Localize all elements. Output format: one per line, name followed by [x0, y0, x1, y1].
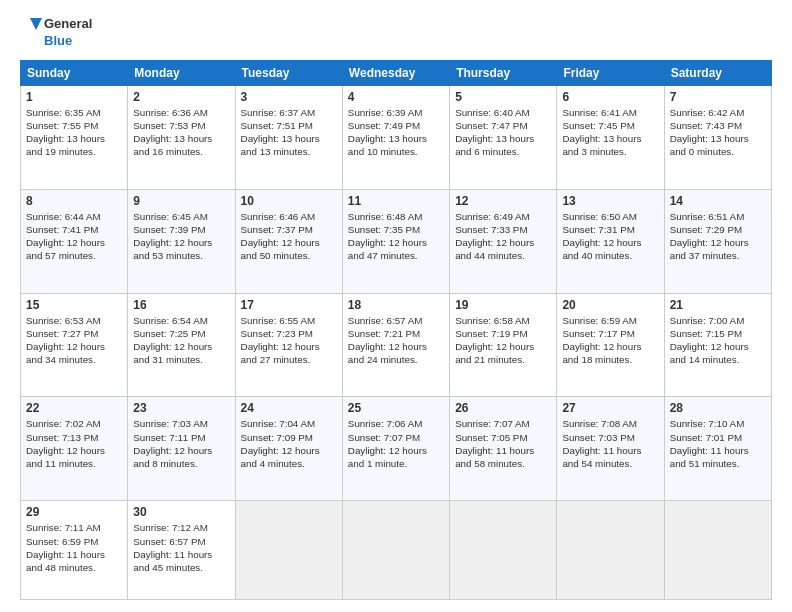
day-info: Sunrise: 6:46 AM Sunset: 7:37 PM Dayligh…	[241, 210, 337, 263]
day-info: Sunrise: 6:59 AM Sunset: 7:17 PM Dayligh…	[562, 314, 658, 367]
logo-container: General Blue	[20, 16, 92, 50]
day-info: Sunrise: 6:42 AM Sunset: 7:43 PM Dayligh…	[670, 106, 766, 159]
calendar-cell	[664, 501, 771, 600]
day-info: Sunrise: 7:04 AM Sunset: 7:09 PM Dayligh…	[241, 417, 337, 470]
day-info: Sunrise: 6:49 AM Sunset: 7:33 PM Dayligh…	[455, 210, 551, 263]
day-number: 30	[133, 505, 229, 519]
day-info: Sunrise: 6:40 AM Sunset: 7:47 PM Dayligh…	[455, 106, 551, 159]
day-number: 8	[26, 194, 122, 208]
day-info: Sunrise: 6:44 AM Sunset: 7:41 PM Dayligh…	[26, 210, 122, 263]
calendar-cell: 19 Sunrise: 6:58 AM Sunset: 7:19 PM Dayl…	[450, 293, 557, 397]
day-info: Sunrise: 6:55 AM Sunset: 7:23 PM Dayligh…	[241, 314, 337, 367]
calendar-cell: 14 Sunrise: 6:51 AM Sunset: 7:29 PM Dayl…	[664, 189, 771, 293]
calendar-cell	[235, 501, 342, 600]
day-number: 5	[455, 90, 551, 104]
day-number: 4	[348, 90, 444, 104]
day-number: 2	[133, 90, 229, 104]
day-number: 17	[241, 298, 337, 312]
calendar-cell: 9 Sunrise: 6:45 AM Sunset: 7:39 PM Dayli…	[128, 189, 235, 293]
calendar-cell: 2 Sunrise: 6:36 AM Sunset: 7:53 PM Dayli…	[128, 85, 235, 189]
col-header-thursday: Thursday	[450, 60, 557, 85]
day-info: Sunrise: 6:39 AM Sunset: 7:49 PM Dayligh…	[348, 106, 444, 159]
day-info: Sunrise: 7:02 AM Sunset: 7:13 PM Dayligh…	[26, 417, 122, 470]
day-info: Sunrise: 6:53 AM Sunset: 7:27 PM Dayligh…	[26, 314, 122, 367]
calendar-cell: 13 Sunrise: 6:50 AM Sunset: 7:31 PM Dayl…	[557, 189, 664, 293]
day-info: Sunrise: 6:58 AM Sunset: 7:19 PM Dayligh…	[455, 314, 551, 367]
day-info: Sunrise: 6:36 AM Sunset: 7:53 PM Dayligh…	[133, 106, 229, 159]
day-number: 21	[670, 298, 766, 312]
col-header-monday: Monday	[128, 60, 235, 85]
calendar-cell: 30 Sunrise: 7:12 AM Sunset: 6:57 PM Dayl…	[128, 501, 235, 600]
day-number: 25	[348, 401, 444, 415]
calendar-cell: 17 Sunrise: 6:55 AM Sunset: 7:23 PM Dayl…	[235, 293, 342, 397]
col-header-wednesday: Wednesday	[342, 60, 449, 85]
calendar-cell	[450, 501, 557, 600]
calendar-cell: 11 Sunrise: 6:48 AM Sunset: 7:35 PM Dayl…	[342, 189, 449, 293]
day-number: 29	[26, 505, 122, 519]
day-info: Sunrise: 6:37 AM Sunset: 7:51 PM Dayligh…	[241, 106, 337, 159]
day-info: Sunrise: 7:06 AM Sunset: 7:07 PM Dayligh…	[348, 417, 444, 470]
day-info: Sunrise: 6:54 AM Sunset: 7:25 PM Dayligh…	[133, 314, 229, 367]
col-header-sunday: Sunday	[21, 60, 128, 85]
day-number: 28	[670, 401, 766, 415]
day-number: 11	[348, 194, 444, 208]
calendar-cell: 12 Sunrise: 6:49 AM Sunset: 7:33 PM Dayl…	[450, 189, 557, 293]
calendar-cell: 6 Sunrise: 6:41 AM Sunset: 7:45 PM Dayli…	[557, 85, 664, 189]
logo: General Blue	[20, 16, 92, 50]
calendar-cell: 15 Sunrise: 6:53 AM Sunset: 7:27 PM Dayl…	[21, 293, 128, 397]
day-info: Sunrise: 6:45 AM Sunset: 7:39 PM Dayligh…	[133, 210, 229, 263]
day-number: 20	[562, 298, 658, 312]
day-number: 9	[133, 194, 229, 208]
calendar-cell: 24 Sunrise: 7:04 AM Sunset: 7:09 PM Dayl…	[235, 397, 342, 501]
day-number: 7	[670, 90, 766, 104]
day-info: Sunrise: 7:00 AM Sunset: 7:15 PM Dayligh…	[670, 314, 766, 367]
header: General Blue	[20, 16, 772, 50]
day-number: 27	[562, 401, 658, 415]
day-number: 3	[241, 90, 337, 104]
calendar-cell: 5 Sunrise: 6:40 AM Sunset: 7:47 PM Dayli…	[450, 85, 557, 189]
day-number: 15	[26, 298, 122, 312]
day-info: Sunrise: 6:51 AM Sunset: 7:29 PM Dayligh…	[670, 210, 766, 263]
calendar-cell: 21 Sunrise: 7:00 AM Sunset: 7:15 PM Dayl…	[664, 293, 771, 397]
calendar-cell: 1 Sunrise: 6:35 AM Sunset: 7:55 PM Dayli…	[21, 85, 128, 189]
calendar-cell: 28 Sunrise: 7:10 AM Sunset: 7:01 PM Dayl…	[664, 397, 771, 501]
calendar-cell: 29 Sunrise: 7:11 AM Sunset: 6:59 PM Dayl…	[21, 501, 128, 600]
calendar-cell: 3 Sunrise: 6:37 AM Sunset: 7:51 PM Dayli…	[235, 85, 342, 189]
logo-text: General Blue	[44, 16, 92, 50]
calendar-cell: 18 Sunrise: 6:57 AM Sunset: 7:21 PM Dayl…	[342, 293, 449, 397]
calendar-cell: 4 Sunrise: 6:39 AM Sunset: 7:49 PM Dayli…	[342, 85, 449, 189]
svg-marker-0	[30, 18, 42, 30]
day-info: Sunrise: 7:08 AM Sunset: 7:03 PM Dayligh…	[562, 417, 658, 470]
day-info: Sunrise: 7:10 AM Sunset: 7:01 PM Dayligh…	[670, 417, 766, 470]
week-row-2: 8 Sunrise: 6:44 AM Sunset: 7:41 PM Dayli…	[21, 189, 772, 293]
calendar-cell: 23 Sunrise: 7:03 AM Sunset: 7:11 PM Dayl…	[128, 397, 235, 501]
week-row-5: 29 Sunrise: 7:11 AM Sunset: 6:59 PM Dayl…	[21, 501, 772, 600]
calendar-cell: 27 Sunrise: 7:08 AM Sunset: 7:03 PM Dayl…	[557, 397, 664, 501]
calendar-cell: 25 Sunrise: 7:06 AM Sunset: 7:07 PM Dayl…	[342, 397, 449, 501]
day-number: 26	[455, 401, 551, 415]
day-number: 14	[670, 194, 766, 208]
calendar-cell: 26 Sunrise: 7:07 AM Sunset: 7:05 PM Dayl…	[450, 397, 557, 501]
day-number: 1	[26, 90, 122, 104]
day-number: 23	[133, 401, 229, 415]
day-info: Sunrise: 7:11 AM Sunset: 6:59 PM Dayligh…	[26, 521, 122, 574]
day-info: Sunrise: 7:07 AM Sunset: 7:05 PM Dayligh…	[455, 417, 551, 470]
col-header-tuesday: Tuesday	[235, 60, 342, 85]
day-info: Sunrise: 7:03 AM Sunset: 7:11 PM Dayligh…	[133, 417, 229, 470]
day-info: Sunrise: 6:57 AM Sunset: 7:21 PM Dayligh…	[348, 314, 444, 367]
day-number: 22	[26, 401, 122, 415]
day-info: Sunrise: 6:48 AM Sunset: 7:35 PM Dayligh…	[348, 210, 444, 263]
calendar-cell: 10 Sunrise: 6:46 AM Sunset: 7:37 PM Dayl…	[235, 189, 342, 293]
calendar-cell	[342, 501, 449, 600]
day-number: 24	[241, 401, 337, 415]
calendar-cell: 7 Sunrise: 6:42 AM Sunset: 7:43 PM Dayli…	[664, 85, 771, 189]
day-number: 16	[133, 298, 229, 312]
col-header-saturday: Saturday	[664, 60, 771, 85]
week-row-4: 22 Sunrise: 7:02 AM Sunset: 7:13 PM Dayl…	[21, 397, 772, 501]
calendar-cell: 8 Sunrise: 6:44 AM Sunset: 7:41 PM Dayli…	[21, 189, 128, 293]
day-info: Sunrise: 6:35 AM Sunset: 7:55 PM Dayligh…	[26, 106, 122, 159]
day-info: Sunrise: 7:12 AM Sunset: 6:57 PM Dayligh…	[133, 521, 229, 574]
calendar-cell	[557, 501, 664, 600]
day-number: 19	[455, 298, 551, 312]
day-number: 6	[562, 90, 658, 104]
